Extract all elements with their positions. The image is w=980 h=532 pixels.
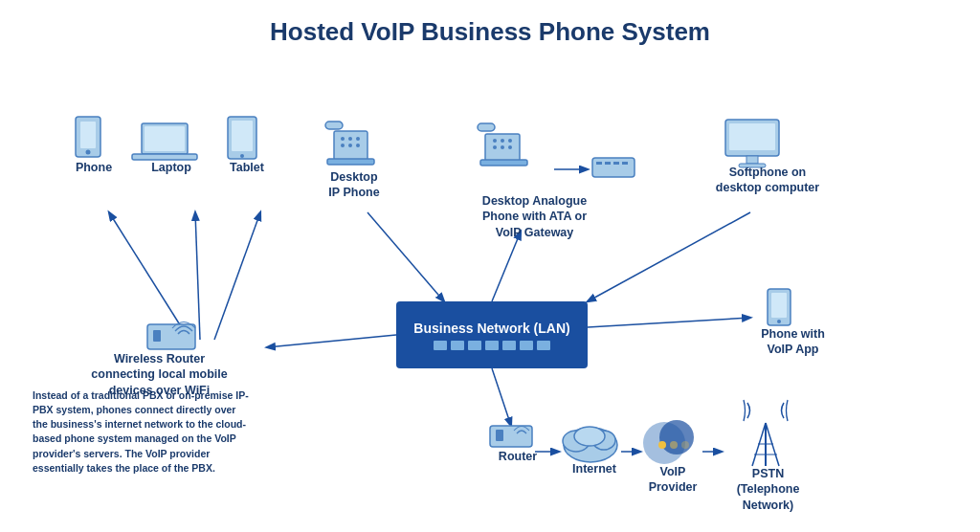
laptop-node: Laptop [142,160,201,175]
lan-box: Business Network (LAN) [396,301,588,368]
svg-line-7 [588,212,750,301]
lan-window-6 [520,341,533,350]
svg-line-1 [195,212,200,340]
internet-label: Internet [572,461,616,477]
lan-window-4 [485,341,499,350]
svg-rect-41 [596,162,602,165]
laptop-label: Laptop [151,160,191,175]
svg-rect-29 [325,122,343,129]
svg-line-4 [368,212,444,301]
router-label: Router [499,449,537,464]
desktop-analogue-label: Desktop AnaloguePhone with ATA orVoIP Ga… [482,193,587,240]
svg-point-33 [501,139,504,143]
tablet-label: Tablet [230,160,264,175]
pstn-node: PSTN(TelephoneNetwork) [727,466,809,513]
svg-point-34 [508,139,512,143]
desktop-ip-phone-label: DesktopIP Phone [328,169,379,201]
svg-line-12 [492,368,511,426]
router-node: Router [488,449,547,464]
svg-line-66 [752,423,766,466]
voip-provider-label: VoIPProvider [649,464,698,496]
lan-label: Business Network (LAN) [413,320,569,337]
phone-voip-label: Phone withVoIP App [761,326,825,358]
svg-point-53 [777,320,781,323]
svg-point-21 [240,154,244,158]
svg-point-36 [501,145,504,149]
svg-rect-49 [147,324,195,349]
svg-rect-20 [232,121,253,151]
lan-windows [434,341,550,350]
svg-point-32 [493,139,497,143]
svg-rect-17 [145,126,185,151]
lan-window-3 [468,341,481,350]
svg-rect-55 [496,430,503,441]
svg-rect-19 [228,117,256,159]
svg-rect-45 [725,120,779,156]
svg-point-26 [341,144,345,147]
svg-line-5 [492,232,521,301]
svg-point-37 [508,145,512,149]
lan-window-7 [537,341,550,350]
svg-rect-14 [80,122,96,148]
svg-rect-16 [142,123,188,154]
svg-point-23 [341,137,345,141]
svg-rect-40 [592,158,635,177]
svg-point-28 [356,144,360,147]
svg-point-56 [564,428,617,462]
svg-rect-52 [771,293,787,318]
svg-point-58 [592,431,615,450]
svg-rect-38 [478,123,495,131]
page-title: Hosted VoIP Business Phone System [23,17,957,47]
svg-rect-13 [76,117,100,157]
desktop-ip-phone-node: DesktopIP Phone [316,169,392,201]
svg-point-60 [643,422,685,464]
svg-point-59 [574,427,605,446]
svg-rect-42 [605,162,611,165]
svg-rect-51 [768,289,791,325]
svg-rect-54 [490,426,532,447]
svg-point-15 [86,150,91,155]
tablet-node: Tablet [218,160,276,175]
svg-point-63 [670,441,678,449]
svg-rect-50 [153,330,161,342]
svg-rect-31 [485,134,520,161]
svg-line-2 [214,212,260,340]
lan-window-1 [434,341,447,350]
svg-line-3 [267,335,396,347]
desktop-analogue-node: Desktop AnaloguePhone with ATA orVoIP Ga… [465,193,604,240]
svg-line-0 [109,212,190,342]
svg-point-57 [563,431,590,452]
voip-provider-node: VoIPProvider [639,464,706,496]
svg-point-35 [493,145,497,149]
internet-node: Internet [565,461,624,477]
svg-rect-44 [622,162,628,165]
diagram-area: Business Network (LAN) Phone Laptop Tabl… [23,64,957,504]
svg-rect-46 [729,123,775,150]
svg-point-24 [348,137,352,141]
softphone-node: Softphone ondesktop computer [710,165,825,196]
svg-point-27 [348,144,352,147]
svg-point-62 [658,441,666,449]
svg-point-61 [659,420,694,454]
svg-rect-47 [746,156,758,164]
softphone-label: Softphone ondesktop computer [716,165,819,196]
svg-rect-39 [480,160,527,166]
bottom-note: Instead of a traditional PBX or on-premi… [33,388,253,476]
svg-point-64 [681,441,689,449]
phone-voip-node: Phone withVoIP App [752,326,834,358]
phone-label: Phone [76,160,112,175]
main-container: Hosted VoIP Business Phone System [0,0,980,532]
lan-window-5 [502,341,516,350]
lan-window-2 [451,341,464,350]
svg-rect-43 [613,162,619,165]
svg-rect-30 [327,159,374,165]
pstn-label: PSTN(TelephoneNetwork) [737,466,800,513]
phone-node: Phone [65,160,122,175]
svg-line-67 [766,423,779,466]
svg-point-25 [356,137,360,141]
svg-line-8 [588,318,750,327]
svg-rect-22 [334,131,368,160]
